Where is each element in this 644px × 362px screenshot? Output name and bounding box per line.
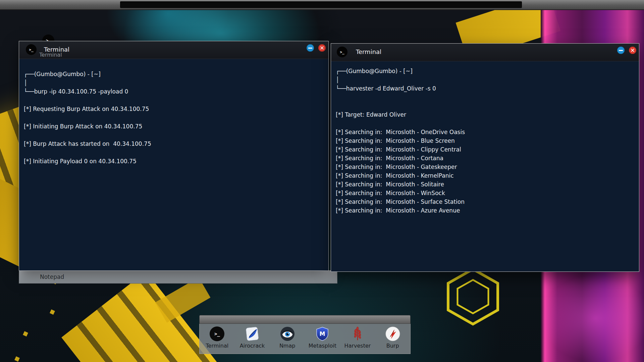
minimize-button[interactable] <box>617 47 625 54</box>
terminal-prompt-icon: >_ <box>26 44 37 55</box>
dock-item-burp[interactable]: Burp <box>375 326 410 349</box>
notepad-title: Notepad <box>40 274 64 280</box>
output-line: [*] Searching in: Microsloth - Solitaire <box>336 180 634 189</box>
dock-item-label: Nmap <box>279 343 296 349</box>
dock: >_ Terminal Airocrack <box>199 315 411 354</box>
terminal-left-titlebar[interactable]: >_ Terminal Terminal <box>19 41 328 59</box>
airocrack-icon <box>245 326 260 342</box>
prompt-line: │ <box>336 75 634 84</box>
background-particle <box>23 331 28 337</box>
prompt-line: ┌──(Gumbo@Gumbo) - [~] <box>336 67 634 75</box>
output-line: [*] Burp Attack has started on 40.34.100… <box>24 139 324 148</box>
dock-item-label: Metasploit <box>309 343 336 349</box>
dock-item-label: Airocrack <box>240 343 265 349</box>
nmap-eye-icon <box>280 326 295 342</box>
terminal-prompt-icon: >_ <box>337 47 347 57</box>
output-line: [*] Target: Edward Oliver <box>336 110 634 119</box>
output-line: [*] Searching in: Microsloth - Blue Scre… <box>336 136 634 145</box>
background-particle <box>14 356 20 362</box>
dock-item-airocrack[interactable]: Airocrack <box>235 326 270 349</box>
terminal-output-area[interactable]: ┌──(Gumbo@Gumbo) - [~] │ └──burp -ip 40.… <box>19 59 328 171</box>
command-line: └──harvester -d Edward_Oliver -s 0 <box>336 84 634 93</box>
terminal-icon: >_ <box>209 326 225 342</box>
dock-item-nmap[interactable]: Nmap <box>270 326 305 349</box>
hexagon-ornament <box>443 266 502 327</box>
output-line: [*] Searching in: Microsloth - OneDrive … <box>336 128 634 136</box>
terminal-window-right: >_ Terminal ┌──(Gumbo@Gumbo) - [~] │ └──… <box>331 43 639 272</box>
metasploit-shield-icon: M <box>315 326 330 342</box>
background-particle <box>50 309 55 315</box>
burp-icon <box>385 326 400 342</box>
terminal-output-area[interactable]: ┌──(Gumbo@Gumbo) - [~] │ └──harvester -d… <box>331 61 639 220</box>
dock-panel: >_ Terminal Airocrack <box>199 324 411 354</box>
output-line: [*] Initiating Payload 0 on 40.34.100.75 <box>24 157 324 166</box>
output-line: [*] Searching in: Microsloth - KernelPan… <box>336 171 634 180</box>
output-line: [*] Searching in: Microsloth - Surface S… <box>336 197 634 206</box>
output-line: [*] Requesting Burp Attack on 40.34.100.… <box>24 105 324 113</box>
minimize-button[interactable] <box>307 44 314 52</box>
window-title: Terminal <box>356 48 381 55</box>
output-line: [*] Searching in: Microsloth - Clippy Ce… <box>336 145 634 154</box>
output-line: [*] Initiating Burp Attack on 40.34.100.… <box>24 122 324 131</box>
harvester-wheat-icon <box>350 326 365 342</box>
dock-item-terminal[interactable]: >_ Terminal <box>200 326 235 349</box>
terminal-window-left: >_ Terminal Terminal ┌──(Gumbo@Gumbo) - … <box>19 41 329 271</box>
dock-item-label: Burp <box>386 343 399 349</box>
command-line: └──burp -ip 40.34.100.75 -payload 0 <box>24 87 324 96</box>
top-menu-bar <box>0 0 644 10</box>
terminal-right-titlebar[interactable]: >_ Terminal <box>331 44 639 61</box>
close-button[interactable] <box>318 44 326 52</box>
close-button[interactable] <box>629 47 636 54</box>
dock-item-label: Terminal <box>206 343 229 349</box>
output-line: [*] Searching in: Microsloth - Azure Ave… <box>336 206 634 215</box>
svg-text:M: M <box>320 330 325 337</box>
output-line: [*] Searching in: Microsloth - WinSock <box>336 189 634 197</box>
notepad-window[interactable]: Notepad <box>19 270 337 284</box>
desktop: >_ Notepad >_ Terminal Terminal ┌──(Gumb… <box>0 0 644 362</box>
output-line: [*] Searching in: Microsloth - Gateskeep… <box>336 163 634 171</box>
dock-item-label: Harvester <box>344 343 371 349</box>
dock-item-harvester[interactable]: Harvester <box>340 326 375 349</box>
prompt-line: │ <box>24 78 324 87</box>
dock-item-metasploit[interactable]: M Metasploit <box>305 326 340 349</box>
background-window-title: Terminal <box>39 52 62 58</box>
background-glow <box>523 265 644 362</box>
top-bar-inset <box>120 1 522 8</box>
prompt-line: ┌──(Gumbo@Gumbo) - [~] <box>24 70 324 78</box>
output-line: [*] Searching in: Microsloth - Cortana <box>336 154 634 163</box>
dock-handle[interactable] <box>199 315 411 324</box>
